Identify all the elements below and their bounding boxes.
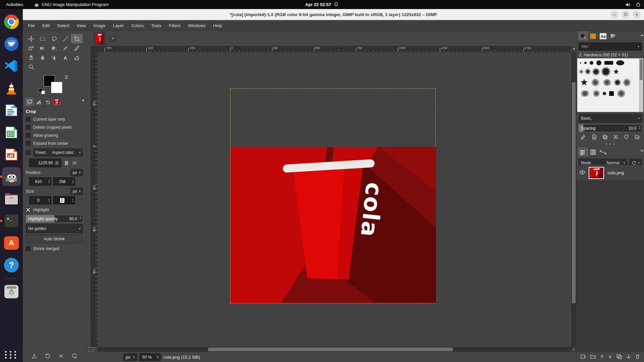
title-bar[interactable]: *[cola] (imported)-1.0 (RGB color 8-bit …: [23, 9, 644, 20]
brush-thumbnail[interactable]: [615, 80, 620, 85]
brush-thumbnail[interactable]: ★: [613, 68, 620, 75]
checkbox-checked[interactable]: [26, 207, 31, 212]
scrollbar-thumb[interactable]: [572, 82, 576, 303]
background-color-swatch[interactable]: [51, 82, 62, 93]
brush-thumbnail[interactable]: [590, 61, 593, 65]
brush-thumbnail[interactable]: [609, 91, 614, 96]
tool-airbrush[interactable]: [48, 53, 60, 62]
option-delete-cropped-pixels[interactable]: Delete cropped pixels: [26, 123, 83, 131]
checkbox[interactable]: [26, 246, 31, 251]
option-expand-from-center[interactable]: Expand from center: [26, 139, 83, 147]
close-button[interactable]: ×: [633, 10, 641, 18]
delete-tool-preset-button[interactable]: [58, 353, 64, 360]
edit-brush-button[interactable]: [581, 134, 586, 141]
checkbox[interactable]: [26, 133, 31, 138]
brush-thumbnail[interactable]: [586, 69, 590, 74]
tab-image-thumbnail[interactable]: [52, 98, 61, 106]
brush-thumbnail[interactable]: [580, 62, 581, 64]
checkbox[interactable]: [26, 150, 31, 155]
quick-mask-toggle[interactable]: [89, 347, 94, 352]
dock-item-terminal[interactable]: >_: [2, 212, 21, 230]
power-icon[interactable]: [636, 2, 641, 7]
brush-thumbnail[interactable]: [617, 89, 626, 98]
dock-item-ubuntu-software[interactable]: A: [2, 234, 21, 252]
tool-zoom[interactable]: [25, 62, 37, 71]
duplicate-layer-button[interactable]: [616, 354, 622, 360]
tab-layers[interactable]: [578, 147, 588, 157]
menu-file[interactable]: File: [24, 21, 39, 30]
tool-move[interactable]: [25, 34, 37, 43]
activities-button[interactable]: Activities: [0, 2, 29, 7]
tab-paths[interactable]: [598, 147, 608, 157]
menu-layer[interactable]: Layer: [109, 21, 128, 30]
scrollbar-thumb[interactable]: [208, 348, 453, 351]
spin-down-icon[interactable]: ▾: [80, 218, 81, 220]
menu-select[interactable]: Select: [53, 21, 73, 30]
restore-button[interactable]: [622, 10, 630, 18]
zoom-value[interactable]: 50 %: [140, 353, 154, 361]
dock-item-libreoffice-calc[interactable]: [2, 123, 21, 142]
horizontal-ruler[interactable]: -750 -500 -250 0 250 500 750 1000 1250 1…: [97, 46, 571, 52]
spin-down-icon[interactable]: ▾: [72, 182, 74, 184]
collapse-dock-icon[interactable]: ◀: [640, 34, 643, 37]
landscape-orientation-button[interactable]: [71, 160, 77, 166]
brush-thumbnail[interactable]: [623, 78, 631, 87]
dock-resize-handle[interactable]: ● ● ●: [577, 141, 644, 146]
minimize-button[interactable]: –: [610, 10, 619, 18]
brush-thumbnail[interactable]: [593, 69, 599, 75]
brush-group-dropdown[interactable]: Basic, ▾: [579, 114, 642, 123]
tab-channels[interactable]: [588, 147, 598, 157]
brush-grid-scrollbar[interactable]: [639, 58, 643, 112]
restore-tool-preset-button[interactable]: [45, 353, 51, 360]
brush-thumbnail[interactable]: [596, 60, 601, 65]
tool-crop[interactable]: [71, 34, 83, 43]
layer-thumbnail[interactable]: [589, 167, 604, 179]
tool-smudge[interactable]: [37, 53, 48, 62]
new-layer-group-button[interactable]: [590, 354, 596, 360]
tab-undo-history[interactable]: [43, 98, 52, 106]
portrait-orientation-button[interactable]: [63, 160, 69, 166]
dock-item-libreoffice-writer[interactable]: [2, 101, 21, 120]
navigation-icon[interactable]: +: [571, 347, 576, 352]
anchor-layer-button[interactable]: [626, 354, 631, 360]
delete-layer-button[interactable]: [635, 354, 640, 360]
canvas-image[interactable]: cola: [230, 147, 436, 303]
checkbox[interactable]: [26, 141, 31, 146]
size-width-field[interactable]: 0 ▴▾: [29, 196, 51, 204]
brush-thumbnail[interactable]: [584, 62, 587, 64]
brush-thumbnail[interactable]: [602, 79, 612, 86]
size-height-field[interactable]: 0 ▴▾: [53, 196, 75, 204]
canvas-viewport[interactable]: cola: [97, 52, 571, 347]
tab-tool-options[interactable]: [25, 98, 34, 106]
zoom-dropdown-icon[interactable]: ▾: [154, 353, 161, 361]
spin-down-icon[interactable]: ▾: [49, 200, 50, 202]
new-layer-button[interactable]: [580, 354, 586, 360]
refresh-brushes-button[interactable]: [624, 134, 629, 141]
tool-unified-transform[interactable]: [25, 44, 37, 53]
menu-image[interactable]: Image: [90, 21, 109, 30]
brush-thumbnail[interactable]: [593, 90, 600, 97]
menu-edit[interactable]: Edit: [39, 21, 53, 30]
unit-dropdown[interactable]: px ▾: [123, 353, 137, 361]
image-tab[interactable]: [94, 32, 106, 45]
dock-item-files[interactable]: [2, 189, 21, 208]
tab-device-status[interactable]: [34, 98, 43, 106]
tool-text[interactable]: A: [60, 53, 71, 62]
tool-clone[interactable]: [25, 53, 37, 62]
layer-visibility-icon[interactable]: [579, 170, 585, 176]
dock-item-gimp[interactable]: [2, 167, 21, 186]
tool-free-select[interactable]: [48, 34, 60, 43]
option-shrink-merged[interactable]: Shrink merged: [26, 245, 83, 253]
tab-menu-icon[interactable]: ◀: [82, 99, 84, 102]
tab-brushes[interactable]: [578, 32, 588, 41]
brush-thumbnail[interactable]: [616, 60, 624, 65]
menu-help[interactable]: Help: [209, 21, 226, 30]
option-highlight[interactable]: Highlight: [26, 206, 83, 214]
lower-layer-button[interactable]: [608, 354, 612, 360]
new-brush-button[interactable]: [591, 134, 597, 141]
menu-windows[interactable]: Windows: [184, 21, 209, 30]
tool-rectangle-select[interactable]: [37, 34, 48, 43]
size-unit-dropdown[interactable]: px ▾: [70, 188, 83, 195]
tool-pencil[interactable]: [71, 44, 83, 53]
dock-item-help[interactable]: ?: [2, 256, 21, 275]
